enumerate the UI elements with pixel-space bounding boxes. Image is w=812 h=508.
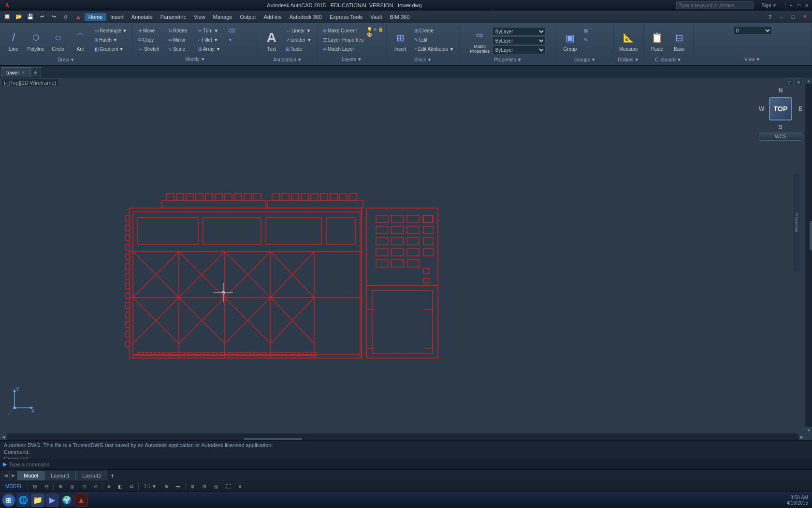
scroll-down-btn[interactable]: ▼ xyxy=(805,427,812,433)
paste-button[interactable]: 📋 Paste xyxy=(647,26,668,55)
stretch-button[interactable]: ↔ Stretch xyxy=(136,45,165,53)
circle-button[interactable]: ○ Circle xyxy=(47,26,69,55)
hatch-button[interactable]: ⊞ Hatch ▼ xyxy=(92,35,130,44)
help-button[interactable]: ? xyxy=(765,12,775,22)
draw-dropdown-icon[interactable]: ▼ xyxy=(70,57,75,62)
media-button[interactable]: ▶ xyxy=(45,493,59,507)
viewport-restore[interactable]: □ xyxy=(786,78,794,86)
layout-next-btn[interactable]: ▶ xyxy=(10,471,17,480)
insert-button[interactable]: ⊞ Insert xyxy=(390,26,411,55)
qa-save[interactable]: 💾 xyxy=(25,12,36,22)
menu-bim[interactable]: BIM 360 xyxy=(386,13,414,21)
wcs-label[interactable]: WCS xyxy=(759,133,802,141)
rectangle-button[interactable]: ▭ Rectangle ▼ xyxy=(92,26,130,35)
layers-dropdown-icon[interactable]: ▼ xyxy=(357,57,362,62)
utilities-dropdown-icon[interactable]: ▼ xyxy=(635,57,639,62)
move-button[interactable]: ✛ Move xyxy=(136,26,165,35)
otrack-btn[interactable]: ⊙ xyxy=(90,482,101,491)
view-cube-top[interactable]: TOP xyxy=(769,97,792,120)
menu-parametric[interactable]: Parametric xyxy=(157,13,190,21)
leader-button[interactable]: ↗ Leader ▼ xyxy=(283,35,314,44)
layout-tab-add[interactable]: + xyxy=(107,471,117,480)
qa-open[interactable]: 📂 xyxy=(14,12,24,22)
menu-view[interactable]: View xyxy=(190,13,209,21)
modify-dropdown-icon[interactable]: ▼ xyxy=(201,57,205,62)
line-button[interactable]: / Line xyxy=(3,26,24,55)
layout-tab-layout2[interactable]: Layout2 xyxy=(76,471,107,480)
grid-btn[interactable]: ⊟ xyxy=(41,482,52,491)
color-dropdown[interactable]: ByLayer xyxy=(493,27,546,36)
lineweight-dropdown[interactable]: ByLayer xyxy=(493,45,546,54)
explode-button[interactable]: ✦ xyxy=(226,35,255,44)
polar-btn[interactable]: ◎ xyxy=(67,482,78,491)
units-btn[interactable]: in xyxy=(199,482,210,491)
fillet-button[interactable]: ⌐ Fillet ▼ xyxy=(196,35,225,44)
customize-btn[interactable]: ≡ xyxy=(235,482,245,491)
autocad-taskbar-button[interactable]: ▲ xyxy=(74,493,88,507)
edit-block-button[interactable]: ✎ Edit xyxy=(412,35,456,44)
array-button[interactable]: ⊞ Array ▼ xyxy=(196,45,225,53)
qa-undo[interactable]: ↩ xyxy=(37,12,47,22)
copy-button[interactable]: ⧉ Copy xyxy=(136,35,165,44)
qa-new[interactable]: 🔲 xyxy=(2,12,13,22)
anno-visibility-btn[interactable]: ⊕ xyxy=(161,482,172,491)
linear-dim-button[interactable]: ↔ Linear ▼ xyxy=(283,26,314,35)
sel-cycling-btn[interactable]: ⧉ xyxy=(127,482,137,491)
viewport-close[interactable]: ✕ xyxy=(795,78,802,86)
menu-vault[interactable]: Vault xyxy=(366,13,386,21)
layer-lock-icon[interactable]: 🔒 xyxy=(378,27,383,32)
scroll-left-btn[interactable]: ◀ xyxy=(0,433,7,440)
vertical-scrollbar[interactable]: ▲ ▼ xyxy=(805,77,812,433)
isolate-btn[interactable]: ◎ xyxy=(211,482,222,491)
mirror-button[interactable]: ⇔ Mirror xyxy=(166,35,195,44)
linetype-dropdown[interactable]: ByLayer xyxy=(493,36,546,45)
workspace-btn[interactable]: ⚙ xyxy=(187,482,198,491)
menu-manage[interactable]: Manage xyxy=(209,13,236,21)
create-block-button[interactable]: ⊞ Create xyxy=(412,26,456,35)
layer-on-icon[interactable]: 💡 xyxy=(367,27,372,32)
menu-insert[interactable]: Insert xyxy=(106,13,128,21)
window-control-max[interactable]: □ xyxy=(788,12,798,22)
block-dropdown-icon[interactable]: ▼ xyxy=(427,57,432,62)
explorer-button[interactable]: 📁 xyxy=(31,493,44,507)
base-button[interactable]: ⊟ Base xyxy=(669,26,690,55)
match-layer-button[interactable]: ⇔ Match Layer xyxy=(320,45,366,53)
search-input[interactable] xyxy=(676,1,754,9)
doc-tab-close[interactable]: ✕ xyxy=(21,70,25,75)
groups-dropdown-icon[interactable]: ▼ xyxy=(591,57,596,62)
menu-home[interactable]: Home xyxy=(85,13,106,21)
trim-button[interactable]: ✂ Trim ▼ xyxy=(196,26,225,35)
lwt-btn[interactable]: ≡ xyxy=(104,482,114,491)
gradient-button[interactable]: ◧ Gradient ▼ xyxy=(92,45,130,53)
layout-tab-model[interactable]: Model xyxy=(17,471,44,480)
app-icon[interactable]: A xyxy=(2,0,13,11)
osnap-btn[interactable]: ⊡ xyxy=(79,482,89,491)
layout-tab-layout1[interactable]: Layout1 xyxy=(44,471,76,480)
qa-redo[interactable]: ↪ xyxy=(48,12,59,22)
scale-button[interactable]: ⤡ Scale xyxy=(166,45,195,53)
qa-print[interactable]: 🖨 xyxy=(60,12,71,22)
maximize-button[interactable]: □ xyxy=(796,2,802,9)
scroll-thumb-v[interactable] xyxy=(810,221,812,250)
scroll-thumb-h[interactable] xyxy=(244,438,302,440)
match-properties-button[interactable]: ⇨ Match Properties xyxy=(469,26,491,55)
view-dropdown-icon[interactable]: ▼ xyxy=(756,57,761,62)
group-edit-button[interactable]: ✎ xyxy=(581,35,610,44)
ungroup-button[interactable]: ⊠ xyxy=(581,26,610,35)
group-button[interactable]: ▣ Group xyxy=(559,26,580,55)
auto-scale-btn[interactable]: ☰ xyxy=(173,482,184,491)
close-button[interactable]: ✕ xyxy=(803,2,810,9)
rotate-button[interactable]: ↻ Rotate xyxy=(166,26,195,35)
erase-button[interactable]: ⌫ xyxy=(226,26,255,35)
measure-button[interactable]: 📐 Measure xyxy=(618,26,639,55)
text-button[interactable]: A Text xyxy=(261,26,282,55)
table-button[interactable]: ⊞ Table xyxy=(283,45,314,53)
ortho-btn[interactable]: ⊕ xyxy=(55,482,66,491)
minimize-button[interactable]: − xyxy=(788,2,795,9)
transparency-btn[interactable]: ◧ xyxy=(115,482,126,491)
new-document-tab[interactable]: + xyxy=(30,67,41,77)
menu-a360[interactable]: Autodesk 360 xyxy=(286,13,326,21)
anno-scale-btn[interactable]: 1:1 ▼ xyxy=(140,482,160,491)
polyline-button[interactable]: ⬡ Polyline xyxy=(25,26,46,55)
snap-btn[interactable]: ⊞ xyxy=(29,482,40,491)
